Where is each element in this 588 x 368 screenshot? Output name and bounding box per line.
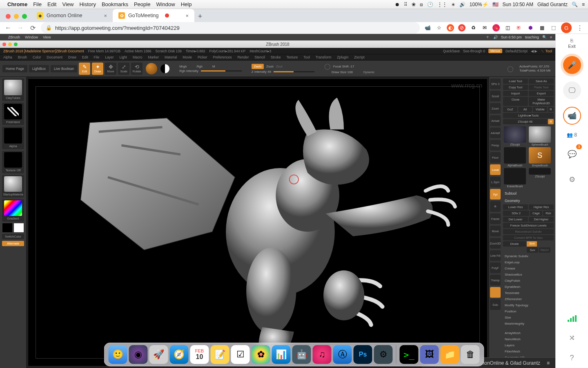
close-tab-icon[interactable]: × (104, 13, 107, 19)
tray-icon-2[interactable]: ❀ (412, 2, 416, 7)
ext-mail-icon[interactable]: ✉ (481, 24, 488, 31)
reuv-button: ReUV (539, 247, 550, 253)
material-sphere-icon (146, 63, 157, 74)
lightbox-button: LightBox (29, 65, 49, 72)
address-bar[interactable]: 🔒 https://app.gotomeeting.com/?meetingId… (41, 22, 420, 34)
close-tab-icon[interactable]: × (185, 13, 189, 19)
dock-finder-icon[interactable]: 🙂 (109, 345, 127, 364)
control-center-icon[interactable]: ≡ (582, 2, 585, 7)
spix: SPix 3 (490, 79, 501, 89)
load-tool-button: Load Tool (503, 79, 528, 84)
edit-mode-button: ✎Edit (79, 63, 90, 75)
dock-terminal-icon[interactable]: >_ (400, 345, 419, 364)
dock-reminders-icon[interactable]: ☑ (231, 345, 250, 364)
menu-view[interactable]: View (62, 1, 74, 7)
move-button: Move (490, 226, 501, 236)
dock-appstore-icon[interactable]: Ⓐ (333, 345, 352, 364)
menu-bookmarks[interactable]: Bookmarks (102, 1, 128, 7)
forward-button[interactable]: → (16, 24, 24, 32)
dock-photos-icon[interactable]: ✿ (252, 345, 270, 364)
active-app-name[interactable]: Chrome (7, 1, 27, 7)
dock-launchpad-icon[interactable]: 🚀 (149, 345, 168, 364)
menu-help[interactable]: Help (181, 1, 192, 7)
webcam-button[interactable]: 📹 (563, 107, 581, 125)
minimize-window-button[interactable] (14, 14, 19, 19)
back-button[interactable]: ← (4, 24, 12, 32)
ext-tag-icon[interactable]: 🔖 (492, 24, 500, 31)
chrome-menu-icon[interactable]: ⋮ (576, 24, 584, 32)
camera-ext-icon[interactable]: 📹 (424, 24, 431, 31)
favicon-gtm: ✿ (118, 12, 125, 19)
obs-icon[interactable]: ⏺ (395, 2, 400, 7)
cast-icon[interactable]: ⬚ (550, 24, 557, 31)
menu-people[interactable]: People (134, 1, 150, 7)
dock-automator-icon[interactable]: 🤖 (292, 345, 311, 364)
ext-box-icon[interactable]: ◫ (504, 24, 511, 31)
battery-status[interactable]: 100% ⚡ (470, 2, 488, 7)
zm-transform: Transform (316, 55, 331, 59)
close-window-button[interactable] (6, 14, 11, 19)
rotate-mode-button: ⟲Rotate (131, 63, 143, 75)
shuffle-button[interactable]: ⤨ (569, 329, 575, 346)
help-button[interactable]: ? (570, 354, 574, 368)
tray-clock-icon[interactable]: 🕑 (427, 2, 433, 7)
dock-trash-icon[interactable]: 🗑 (461, 345, 480, 364)
ext-adblock-icon[interactable]: ⊘ (458, 24, 466, 31)
wifi-icon[interactable]: ⋮⋮ (437, 2, 447, 7)
ext-ublock-icon[interactable]: ◐ (447, 24, 454, 31)
star-icon[interactable]: ☆ (435, 24, 443, 31)
chat-icon: 💬 (568, 150, 577, 159)
zm-stroke: Stroke (271, 55, 281, 59)
dock-siri-icon[interactable]: ◉ (129, 345, 148, 364)
dock-preview-icon[interactable]: 🖼 (420, 345, 439, 364)
dock-photoshop-icon[interactable]: Ps (354, 345, 372, 364)
ext-dev-icon[interactable]: ▦ (538, 24, 546, 31)
zm-picker: Picker (198, 55, 207, 59)
profile-avatar[interactable]: G (561, 22, 572, 33)
dock-calendar-icon[interactable]: FEB10 (190, 345, 209, 364)
freeze-subdiv-button: Freeze SubDivision Levels (503, 223, 554, 228)
menu-edit[interactable]: Edit (47, 1, 56, 7)
screen-share-button[interactable]: 🖵 (563, 81, 581, 99)
search-icon[interactable]: 🔍 (572, 2, 578, 7)
talking-menu-icon[interactable]: ≡ (547, 360, 550, 366)
ext-shield-icon[interactable]: ⛨ (515, 24, 523, 31)
dock-keynote-icon[interactable]: 📊 (272, 345, 291, 364)
dock-zbrush-icon[interactable]: ⚙ (374, 345, 393, 364)
menu-file[interactable]: File (33, 1, 42, 7)
mute-button[interactable]: 🎤 (563, 56, 581, 74)
tab-gotomeeting[interactable]: ✿ GoToMeeting × (113, 9, 194, 22)
dropbox-icon[interactable]: ⧈ (420, 2, 423, 7)
export-button: Export (529, 91, 554, 96)
bluetooth-icon[interactable]: ∗ (451, 2, 455, 7)
ext-html5-icon[interactable]: ⬢ (527, 24, 534, 31)
menu-window[interactable]: Window (156, 1, 175, 7)
clock[interactable]: Sun 10:50 AM (503, 2, 533, 7)
user-name[interactable]: Gilad Gurantz (537, 2, 568, 7)
ext-recycle-icon[interactable]: ♻ (470, 24, 477, 31)
zoom-window-button[interactable] (22, 14, 27, 19)
all-button: All (518, 107, 532, 112)
panel-dynamesh: DynaMesh (503, 284, 554, 289)
dock-misc-icon[interactable]: 📁 (441, 345, 459, 364)
smt-button: Smt (527, 241, 537, 247)
seethrough: See-through 0 (463, 49, 485, 53)
zbrush-menu-view: View (43, 35, 51, 39)
chat-button[interactable]: 💬 3 (563, 145, 581, 163)
exit-meeting-button[interactable]: ⎘ Exit (568, 38, 575, 49)
participants-button[interactable]: 👥 8 (567, 132, 577, 138)
webcam-icon: 📹 (568, 111, 577, 120)
dock-itunes-icon[interactable]: ♫ (313, 345, 332, 364)
settings-button[interactable]: ⚙ (563, 171, 581, 188)
lock-icon[interactable]: 🔒 (46, 25, 52, 31)
menu-history[interactable]: History (79, 1, 96, 7)
panel-arraymesh: ArrayMesh (503, 330, 554, 336)
new-tab-button[interactable]: + (194, 11, 206, 22)
flag-icon[interactable]: 🇺🇸 (492, 2, 499, 7)
reload-button[interactable]: ⟳ (29, 24, 37, 32)
tab-gnomon[interactable]: ◆ Gnomon Online × (31, 9, 113, 22)
volume-icon[interactable]: 🔊 (459, 2, 466, 7)
tray-icon-1[interactable]: ⠿ (404, 2, 408, 7)
dock-safari-icon[interactable]: 🧭 (170, 345, 189, 364)
dock-notes-icon[interactable]: 📝 (211, 345, 229, 364)
